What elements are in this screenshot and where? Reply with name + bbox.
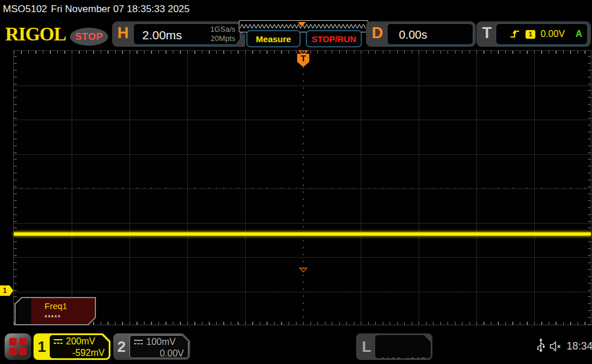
grid-center-hticks — [14, 188, 591, 188]
model-name: MSO5102 — [3, 3, 47, 15]
channel1-offset: -592mV — [53, 347, 105, 359]
grid-ticks-left — [14, 51, 17, 325]
delay-settings-block[interactable]: D 0.00s — [366, 21, 476, 47]
logic-analyzer-badge[interactable]: L 0 1 2 3 4 5 6 7 8 9 10 11 12 13 14 15 — [356, 333, 432, 360]
trigger-sweep-mode: A — [575, 29, 582, 39]
delay-label: D — [372, 24, 383, 42]
system-datetime: Fri November 07 18:35:33 2025 — [51, 3, 190, 15]
dc-coupling-icon — [53, 339, 63, 345]
channel2-number: 2 — [117, 338, 125, 356]
grid-hline — [14, 120, 591, 120]
trigger-level-triangle-icon[interactable] — [299, 268, 308, 273]
channel2-badge[interactable]: 2 100mV 0.00V — [113, 333, 190, 360]
grid-hline — [14, 257, 591, 258]
sample-rate: 1GSa/s — [210, 25, 235, 34]
dc-coupling-icon — [134, 339, 143, 346]
horizontal-value-box: 2.00ms 1GSa/s 20Mpts — [133, 23, 240, 45]
oscilloscope-screen: MSO5102 Fri November 07 18:35:33 2025 RI… — [0, 0, 592, 364]
channel2-values: 100mV 0.00V — [130, 335, 188, 358]
timebase-value: 2.00ms — [142, 28, 182, 42]
measurement-result-inner: Freq1 ***** — [16, 298, 95, 324]
channel2-offset: 0.00V — [134, 348, 184, 359]
channel1-scale: 200mV — [66, 336, 95, 347]
grid-center-vline — [303, 66, 304, 325]
ch1-ground-marker[interactable]: 1 — [0, 285, 13, 296]
ch1-waveform-trace[interactable] — [14, 232, 591, 236]
measurement-result-box[interactable]: Freq1 ***** — [14, 297, 96, 325]
grid-ticks-bottom — [14, 322, 591, 325]
horizontal-settings-block[interactable]: H 2.00ms 1GSa/s 20Mpts — [112, 21, 243, 47]
title-bar: MSO5102 Fri November 07 18:35:33 2025 — [0, 0, 592, 17]
memory-depth: 20Mpts — [210, 34, 235, 43]
digital-channels-panel: 0 1 2 3 4 5 6 7 8 9 10 11 12 13 14 15 — [375, 335, 431, 358]
waveform-display-area: T — [13, 50, 591, 325]
preview-trigger-position-icon[interactable] — [298, 22, 306, 27]
menu-button[interactable] — [5, 333, 31, 360]
acquisition-info: 1GSa/s 20Mpts — [210, 25, 235, 43]
rising-edge-icon — [510, 29, 520, 39]
trigger-value-box: 1 0.00V A — [495, 23, 588, 45]
trigger-settings-block[interactable]: T 1 0.00V A — [476, 21, 591, 47]
channel1-number: 1 — [38, 338, 46, 356]
grid-hline — [14, 188, 591, 189]
clock: 18:34 — [567, 340, 592, 352]
channel1-values: 200mV -592mV — [50, 335, 109, 358]
rigol-logo: RIGOL — [5, 24, 66, 45]
measurement-name: Freq1 — [45, 301, 67, 311]
run-state-badge: STOP — [70, 28, 108, 46]
menu-grid-icon — [9, 338, 27, 355]
grid-hline — [14, 154, 591, 155]
trigger-source-badge: 1 — [526, 30, 535, 39]
trigger-label: T — [482, 24, 492, 42]
trigger-level-value: 0.00V — [541, 29, 565, 39]
trigger-position-marker[interactable]: T — [297, 54, 309, 67]
stop-run-button[interactable]: STOP/RUN — [306, 30, 362, 47]
grid-hline — [14, 86, 591, 86]
grid-hline — [14, 292, 591, 292]
horizontal-label: H — [117, 24, 129, 42]
channel1-badge[interactable]: 1 200mV -592mV — [34, 333, 110, 360]
measurement-value: ***** — [45, 314, 61, 322]
digital-channels-row1: 0 1 2 3 4 5 6 7 — [375, 356, 431, 364]
sound-muted-icon[interactable] — [549, 341, 563, 352]
channel2-scale: 100mV — [146, 337, 176, 347]
logic-analyzer-label: L — [362, 338, 371, 356]
delay-value-box: 0.00s — [387, 23, 473, 45]
usb-icon — [536, 338, 545, 353]
measure-button[interactable]: Measure — [246, 30, 301, 47]
grid-hline — [14, 223, 591, 224]
delay-value: 0.00s — [399, 28, 427, 42]
grid-ticks-right — [588, 51, 591, 325]
